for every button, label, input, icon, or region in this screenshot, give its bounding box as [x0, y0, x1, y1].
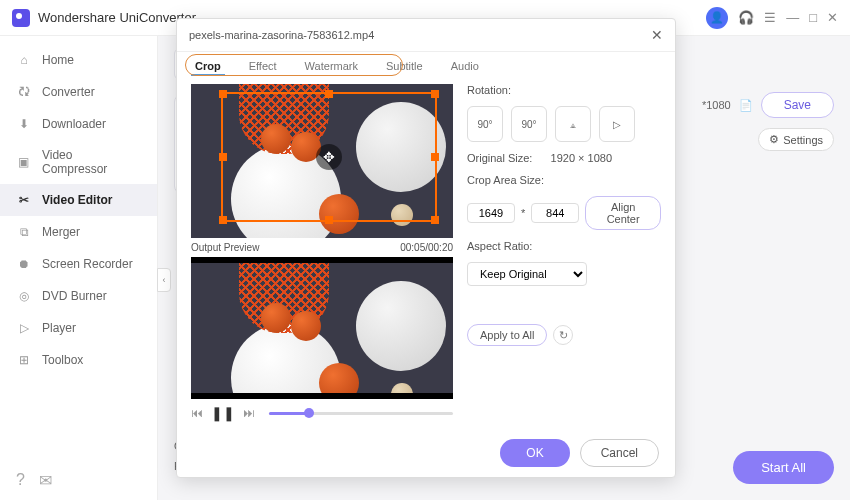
- resolution-text: *1080: [702, 99, 731, 111]
- original-size-value: 1920 × 1080: [551, 152, 612, 164]
- compressor-icon: ▣: [16, 154, 32, 170]
- crop-preview[interactable]: ✥: [191, 84, 453, 238]
- sidebar-item-label: Screen Recorder: [42, 257, 133, 271]
- tab-watermark[interactable]: Watermark: [301, 58, 362, 76]
- account-icon[interactable]: 👤: [706, 7, 728, 29]
- sidebar-item-dvd-burner[interactable]: ◎DVD Burner: [0, 280, 157, 312]
- tab-effect[interactable]: Effect: [245, 58, 281, 76]
- output-settings-icon[interactable]: 📄: [739, 99, 753, 112]
- timecode: 00:05/00:20: [400, 242, 453, 253]
- toolbox-icon: ⊞: [16, 352, 32, 368]
- sidebar: ⌂Home 🗘Converter ⬇Downloader ▣Video Comp…: [0, 36, 158, 500]
- tab-crop[interactable]: Crop: [191, 58, 225, 76]
- crop-size-label: Crop Area Size:: [467, 174, 661, 186]
- sidebar-item-video-editor[interactable]: ✂Video Editor: [0, 184, 157, 216]
- merger-icon: ⧉: [16, 224, 32, 240]
- start-all-button[interactable]: Start All: [733, 451, 834, 484]
- rotate-cw-button[interactable]: 90°: [511, 106, 547, 142]
- sidebar-item-home[interactable]: ⌂Home: [0, 44, 157, 76]
- maximize-button[interactable]: □: [809, 10, 817, 25]
- pause-button[interactable]: ❚❚: [211, 405, 235, 421]
- gear-icon: ⚙: [769, 133, 779, 146]
- feedback-icon[interactable]: ✉: [39, 471, 52, 490]
- dialog-tabs: Crop Effect Watermark Subtitle Audio: [177, 52, 675, 84]
- menu-icon[interactable]: ☰: [764, 10, 776, 25]
- settings-button[interactable]: ⚙Settings: [758, 128, 834, 151]
- tab-subtitle[interactable]: Subtitle: [382, 58, 427, 76]
- next-frame-button[interactable]: ⏭: [243, 406, 255, 420]
- support-icon[interactable]: 🎧: [738, 10, 754, 25]
- collapse-sidebar-button[interactable]: ‹: [157, 268, 171, 292]
- sidebar-item-screen-recorder[interactable]: ⏺Screen Recorder: [0, 248, 157, 280]
- crop-box[interactable]: ✥: [221, 92, 437, 222]
- play-icon: ▷: [16, 320, 32, 336]
- flip-vertical-button[interactable]: ▷: [599, 106, 635, 142]
- sidebar-item-player[interactable]: ▷Player: [0, 312, 157, 344]
- app-title: Wondershare UniConverter: [38, 10, 196, 25]
- align-center-button[interactable]: Align Center: [585, 196, 661, 230]
- sidebar-item-toolbox[interactable]: ⊞Toolbox: [0, 344, 157, 376]
- aspect-ratio-label: Aspect Ratio:: [467, 240, 661, 252]
- seek-slider[interactable]: [269, 412, 453, 415]
- flip-horizontal-button[interactable]: ⟁: [555, 106, 591, 142]
- app-logo-icon: [12, 9, 30, 27]
- crop-dialog: pexels-marina-zasorina-7583612.mp4 ✕ Cro…: [176, 18, 676, 478]
- tab-audio[interactable]: Audio: [447, 58, 483, 76]
- original-size-label: Original Size:: [467, 152, 532, 164]
- apply-to-all-button[interactable]: Apply to All: [467, 324, 547, 346]
- scissors-icon: ✂: [16, 192, 32, 208]
- sidebar-item-label: Toolbox: [42, 353, 83, 367]
- help-icon[interactable]: ?: [16, 471, 25, 490]
- output-preview: [191, 257, 453, 399]
- sidebar-item-converter[interactable]: 🗘Converter: [0, 76, 157, 108]
- prev-frame-button[interactable]: ⏮: [191, 406, 203, 420]
- sidebar-item-label: Merger: [42, 225, 80, 239]
- download-icon: ⬇: [16, 116, 32, 132]
- sidebar-item-merger[interactable]: ⧉Merger: [0, 216, 157, 248]
- aspect-ratio-select[interactable]: Keep Original: [467, 262, 587, 286]
- rotation-label: Rotation:: [467, 84, 661, 96]
- playback-controls: ⏮ ❚❚ ⏭: [191, 399, 453, 421]
- sidebar-item-label: Player: [42, 321, 76, 335]
- sidebar-item-downloader[interactable]: ⬇Downloader: [0, 108, 157, 140]
- sidebar-item-label: Video Compressor: [42, 148, 141, 176]
- rotate-ccw-button[interactable]: 90°: [467, 106, 503, 142]
- home-icon: ⌂: [16, 52, 32, 68]
- save-button[interactable]: Save: [761, 92, 834, 118]
- record-icon: ⏺: [16, 256, 32, 272]
- sidebar-item-compressor[interactable]: ▣Video Compressor: [0, 140, 157, 184]
- crop-width-input[interactable]: [467, 203, 515, 223]
- output-preview-label: Output Preview: [191, 242, 259, 253]
- sidebar-item-label: Converter: [42, 85, 95, 99]
- converter-icon: 🗘: [16, 84, 32, 100]
- move-icon[interactable]: ✥: [316, 144, 342, 170]
- crop-height-input[interactable]: [531, 203, 579, 223]
- ok-button[interactable]: OK: [500, 439, 569, 467]
- sidebar-item-label: Downloader: [42, 117, 106, 131]
- close-button[interactable]: ✕: [827, 10, 838, 25]
- dialog-filename: pexels-marina-zasorina-7583612.mp4: [189, 29, 374, 41]
- crop-sep: *: [521, 207, 525, 219]
- reset-icon[interactable]: ↻: [553, 325, 573, 345]
- sidebar-item-label: Video Editor: [42, 193, 112, 207]
- minimize-button[interactable]: —: [786, 10, 799, 25]
- sidebar-item-label: DVD Burner: [42, 289, 107, 303]
- close-dialog-button[interactable]: ✕: [651, 27, 663, 43]
- sidebar-item-label: Home: [42, 53, 74, 67]
- cancel-button[interactable]: Cancel: [580, 439, 659, 467]
- disc-icon: ◎: [16, 288, 32, 304]
